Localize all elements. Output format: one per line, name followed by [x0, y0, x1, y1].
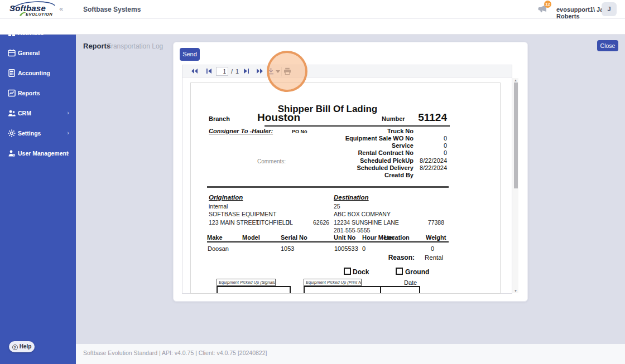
detail-value: 0 — [417, 135, 447, 142]
consigner-label: Consigner To -Hauler: — [209, 128, 273, 134]
document-scrollbar[interactable]: ▲ ▼ — [512, 78, 518, 293]
tab-transportation-log[interactable]: Transportation Log — [107, 42, 163, 50]
last-page-button[interactable] — [256, 68, 263, 74]
chevron-right-icon: › — [67, 129, 69, 136]
avatar[interactable]: J — [602, 2, 617, 16]
branch-value: Houston — [257, 111, 300, 124]
calculator-icon — [8, 69, 16, 77]
sidebar-item-accounting[interactable]: Accounting — [0, 67, 76, 80]
detail-value: 8/22/2024 — [417, 157, 447, 164]
previous-page-button[interactable] — [206, 68, 212, 74]
table-cell-serial: 1053 — [281, 245, 294, 252]
help-label: Help — [20, 343, 32, 350]
branch-label: Branch — [209, 115, 230, 122]
destination-street: 12234 SUNSHINE LANE — [334, 219, 399, 226]
ground-checkbox[interactable] — [396, 268, 403, 275]
table-header: Make — [207, 234, 223, 241]
comments-label: Comments: — [257, 158, 286, 164]
header-rule — [265, 125, 450, 127]
origination-heading: Origination — [209, 194, 243, 201]
send-button[interactable]: Send — [180, 48, 200, 61]
reason-value: Rental — [425, 254, 443, 261]
print-name-box[interactable] — [304, 286, 387, 294]
dock-checkbox[interactable] — [344, 268, 351, 275]
destination-line1: 25 — [334, 203, 340, 210]
origination-zip: 62626 — [313, 219, 329, 226]
sidebar-item-label: CRM — [18, 110, 31, 117]
scroll-up-icon[interactable]: ▲ — [513, 79, 518, 82]
people-icon — [8, 109, 16, 117]
sidebar-item-label: User Management — [18, 150, 68, 157]
help-button[interactable]: ?Help — [9, 341, 35, 352]
detail-value: 0 — [417, 142, 447, 149]
detail-label: Truck No — [325, 128, 414, 134]
first-page-button[interactable] — [191, 68, 198, 74]
origination-line2: SOFTBASE EQUIPMENT — [209, 211, 276, 217]
toolbar-divider — [281, 67, 282, 76]
bill-of-lading-document: Shipper Bill Of Lading Branch Houston Nu… — [190, 82, 501, 294]
logo-sub-text: EVOLUTION — [26, 12, 52, 17]
origination-city: LITCHFIELD — [256, 219, 290, 226]
destination-zip: 77388 — [425, 219, 444, 226]
chevron-right-icon: › — [67, 149, 69, 156]
export-download-button[interactable] — [267, 67, 275, 75]
origination-line1: internal — [209, 203, 228, 210]
date-field-label: Date — [404, 279, 417, 286]
signature-field-label: Equipment Picked Up (Signature) — [217, 279, 276, 286]
chart-icon — [8, 89, 16, 97]
table-cell-make: Doosan — [208, 245, 229, 252]
origination-street: 123 MAIN STREET — [209, 219, 259, 226]
export-dropdown-caret-icon[interactable] — [276, 70, 280, 73]
table-header: Serial No — [281, 234, 307, 241]
question-icon: ? — [12, 344, 18, 350]
detail-label: Rental Contract No — [325, 149, 414, 156]
sidebar-item-label: Accounting — [18, 70, 50, 76]
detail-label: Service — [325, 142, 414, 149]
table-header-rule — [207, 241, 449, 242]
print-name-field-label: Equipment Picked Up (Print Name) — [304, 279, 362, 286]
destination-phone: 281-555-5555 — [334, 227, 370, 234]
detail-value: 0 — [417, 149, 447, 156]
next-page-button[interactable] — [243, 68, 249, 74]
notification-badge: 12 — [544, 1, 551, 8]
table-cell-weight: 0 — [431, 245, 434, 252]
logo: Softbase EVOLUTION « — [0, 0, 76, 19]
date-box[interactable] — [380, 286, 420, 294]
reason-label: Reason: — [358, 254, 415, 261]
print-button[interactable] — [283, 67, 291, 75]
tab-reports[interactable]: Reports — [83, 42, 110, 50]
detail-label: Scheduled Delivery — [325, 164, 414, 171]
dock-checkbox-label: Dock — [353, 268, 369, 276]
close-button[interactable]: Close — [597, 40, 618, 51]
scroll-down-icon[interactable]: ▼ — [513, 289, 518, 293]
sidebar-item-general[interactable]: General — [0, 47, 76, 60]
sidebar: Activities General Accounting Reports CR… — [0, 19, 76, 364]
table-header: Location — [384, 234, 410, 241]
sidebar-item-crm[interactable]: CRM › — [0, 107, 76, 120]
page-number-input[interactable] — [216, 67, 228, 76]
table-cell-hour-meter: 0 — [362, 245, 366, 252]
number-value: 51124 — [392, 111, 447, 124]
sidebar-item-settings[interactable]: Settings › — [0, 127, 76, 140]
top-header: Softbase EVOLUTION « Softbase Systems 12… — [0, 0, 625, 19]
tab-bar: Reports Transportation Log Close — [0, 19, 625, 35]
destination-heading: Destination — [334, 194, 369, 201]
signature-box[interactable] — [217, 286, 291, 294]
table-cell-unit: 1005533 — [334, 245, 358, 252]
app-window: Softbase EVOLUTION « Softbase Systems 12… — [0, 0, 625, 364]
sidebar-item-label: General — [18, 50, 40, 56]
version-info: Softbase Evolution Standard | API: v4.0.… — [83, 350, 267, 356]
section-divider — [207, 186, 449, 188]
scrollbar-thumb[interactable] — [514, 82, 518, 188]
sidebar-item-reports[interactable]: Reports — [0, 87, 76, 100]
sidebar-item-label: Settings — [18, 130, 41, 137]
sidebar-item-label: Reports — [18, 90, 40, 96]
page-separator: / — [231, 68, 233, 75]
origination-state: IL — [288, 219, 293, 226]
sidebar-item-user-management[interactable]: User Management › — [0, 147, 76, 160]
sidebar-collapse-icon[interactable]: « — [59, 4, 63, 13]
viewer-toolbar: / 1 — [182, 65, 512, 77]
destination-line2: ABC BOX COMPANY — [334, 211, 391, 217]
table-header: Model — [242, 234, 260, 241]
detail-label: Creatd By — [325, 172, 414, 178]
